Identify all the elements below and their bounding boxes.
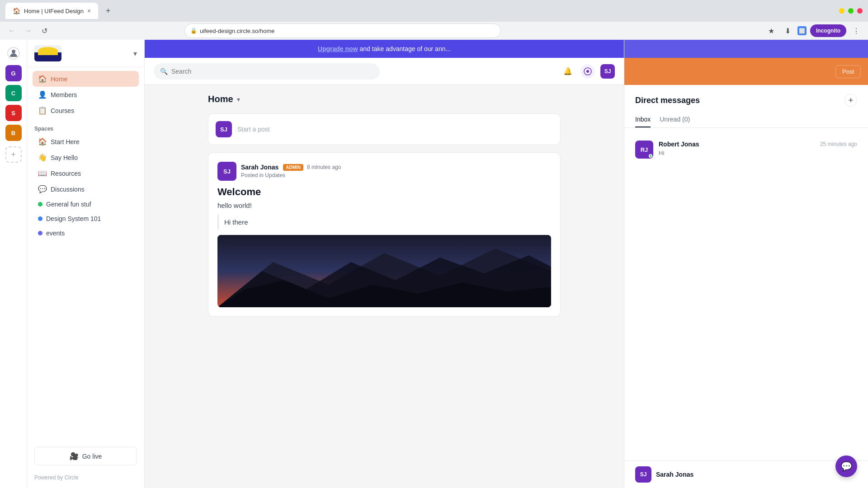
post-card: SJ Sarah Jonas ADMIN 8 minutes ago Poste… bbox=[208, 152, 561, 317]
profile-button[interactable]: SJ bbox=[600, 64, 615, 79]
lock-icon: 🔒 bbox=[190, 28, 197, 34]
bookmark-icon[interactable]: ★ bbox=[765, 24, 778, 37]
post-body: hello world! bbox=[217, 202, 551, 209]
nav-home-label: Home bbox=[51, 75, 67, 83]
sidebar-item-c[interactable]: C bbox=[5, 85, 22, 101]
community-sidebar: G C S B + bbox=[0, 40, 27, 488]
chat-fab-icon: 💬 bbox=[841, 461, 852, 472]
dm-panel-post-button[interactable]: Post bbox=[835, 65, 861, 78]
general-dot bbox=[38, 202, 42, 206]
new-tab-button[interactable]: + bbox=[102, 5, 114, 17]
space-item-say-hello[interactable]: 👋 Say Hello bbox=[33, 150, 139, 165]
post-composer[interactable]: SJ Start a post bbox=[208, 113, 561, 145]
admin-badge: ADMIN bbox=[283, 164, 303, 171]
dm-avatar: RJ bbox=[635, 141, 653, 159]
home-icon: 🏠 bbox=[38, 75, 47, 83]
extensions-icon[interactable]: ⬜ bbox=[797, 26, 807, 35]
tab-title: Home | UIFeed Design bbox=[24, 8, 84, 14]
nav-courses-label: Courses bbox=[51, 107, 74, 114]
upgrade-banner-text: and take advantage of our ann... bbox=[360, 45, 451, 52]
search-input[interactable] bbox=[171, 68, 373, 75]
say-hello-icon: 👋 bbox=[38, 153, 47, 162]
nav-members-label: Members bbox=[51, 91, 77, 99]
space-item-design-system[interactable]: Design System 101 bbox=[33, 211, 139, 226]
space-item-discussions[interactable]: 💬 Discussions bbox=[33, 181, 139, 197]
post-author-name: Sarah Jonas bbox=[241, 164, 278, 171]
dm-message-preview: Hi bbox=[659, 150, 664, 156]
dm-message-item[interactable]: RJ Robert Jonas 25 minutes ago Hi bbox=[635, 135, 857, 164]
maximize-button[interactable] bbox=[848, 8, 854, 14]
home-dropdown-icon[interactable]: ▾ bbox=[237, 96, 240, 103]
space-say-hello-label: Say Hello bbox=[51, 154, 78, 161]
dm-bottom-user: SJ Sarah Jonas bbox=[624, 460, 868, 488]
dm-add-button[interactable]: + bbox=[844, 94, 857, 107]
events-dot bbox=[38, 231, 42, 235]
dm-messages-list: RJ Robert Jonas 25 minutes ago Hi bbox=[624, 128, 868, 171]
space-events-label: events bbox=[46, 230, 65, 237]
dm-sender-name: Robert Jonas bbox=[659, 141, 699, 148]
go-live-button[interactable]: 🎥 Go live bbox=[34, 447, 137, 465]
online-indicator bbox=[649, 154, 652, 158]
sidebar-item-s[interactable]: S bbox=[5, 105, 22, 121]
sidebar-item-b[interactable]: B bbox=[5, 125, 22, 141]
space-discussions-label: Discussions bbox=[51, 186, 85, 193]
space-item-events[interactable]: events bbox=[33, 226, 139, 240]
dm-message-time: 25 minutes ago bbox=[820, 141, 857, 147]
start-here-icon: 🏠 bbox=[38, 137, 47, 146]
community-name[interactable] bbox=[34, 45, 61, 61]
post-location: Posted in Updates bbox=[241, 172, 285, 178]
tab-favicon: 🏠 bbox=[13, 7, 20, 14]
members-icon: 👤 bbox=[38, 90, 47, 99]
composer-placeholder[interactable]: Start a post bbox=[237, 126, 270, 133]
browser-menu-icon[interactable]: ⋮ bbox=[850, 24, 863, 37]
spaces-header: Spaces bbox=[27, 122, 144, 134]
composer-avatar: SJ bbox=[216, 121, 232, 137]
chat-fab[interactable]: 💬 bbox=[835, 455, 857, 477]
space-item-start-here[interactable]: 🏠 Start Here bbox=[33, 134, 139, 150]
minimize-button[interactable] bbox=[839, 8, 844, 14]
back-button[interactable]: ← bbox=[5, 24, 18, 37]
dm-tab-inbox[interactable]: Inbox bbox=[635, 112, 651, 127]
space-general-label: General fun stuf bbox=[46, 201, 91, 208]
page-title: Home bbox=[208, 94, 233, 104]
svg-point-3 bbox=[586, 70, 589, 73]
post-time: 8 minutes ago bbox=[307, 164, 341, 170]
space-item-resources[interactable]: 📖 Resources bbox=[33, 165, 139, 181]
refresh-button[interactable]: ↺ bbox=[38, 24, 51, 37]
space-design-label: Design System 101 bbox=[46, 215, 101, 222]
space-item-general[interactable]: General fun stuf bbox=[33, 197, 139, 211]
space-resources-label: Resources bbox=[51, 170, 81, 177]
upgrade-link[interactable]: Upgrade now bbox=[318, 45, 358, 52]
space-start-here-label: Start Here bbox=[51, 138, 80, 145]
dm-tabs: Inbox Unread (0) bbox=[624, 107, 868, 128]
close-window-button[interactable] bbox=[857, 8, 863, 14]
powered-by: Powered by Circle bbox=[27, 471, 144, 488]
forward-button[interactable]: → bbox=[22, 24, 34, 37]
left-nav: ▾ 🏠 Home 👤 Members 📋 Courses Spaces bbox=[27, 40, 145, 488]
sidebar-item-g[interactable]: G bbox=[5, 65, 22, 81]
dm-bottom-avatar: SJ bbox=[635, 466, 651, 483]
address-bar[interactable]: 🔒 uifeed-design.circle.so/home bbox=[184, 23, 501, 38]
quote-text: Hi there bbox=[224, 218, 546, 226]
community-dropdown-icon[interactable]: ▾ bbox=[133, 49, 137, 58]
nav-item-courses[interactable]: 📋 Courses bbox=[33, 103, 139, 118]
browser-tab[interactable]: 🏠 Home | UIFeed Design × bbox=[5, 3, 98, 19]
discussions-icon: 💬 bbox=[38, 185, 47, 193]
add-community-button[interactable]: + bbox=[5, 146, 22, 163]
tab-close-icon[interactable]: × bbox=[87, 7, 91, 14]
nav-item-members[interactable]: 👤 Members bbox=[33, 87, 139, 103]
notification-button[interactable]: 🔔 bbox=[561, 64, 575, 79]
dm-bottom-name: Sarah Jonas bbox=[656, 471, 693, 478]
download-icon[interactable]: ⬇ bbox=[781, 24, 794, 37]
messages-button[interactable] bbox=[580, 64, 595, 79]
dm-tab-unread[interactable]: Unread (0) bbox=[660, 112, 690, 127]
nav-item-home[interactable]: 🏠 Home bbox=[33, 71, 139, 87]
post-title: Welcome bbox=[217, 186, 551, 198]
courses-icon: 📋 bbox=[38, 106, 47, 115]
app-logo[interactable] bbox=[5, 45, 22, 61]
upgrade-banner: Upgrade now and take advantage of our an… bbox=[145, 40, 624, 58]
quote-block: Hi there bbox=[217, 215, 551, 230]
design-system-dot bbox=[38, 216, 42, 221]
search-bar[interactable]: 🔍 bbox=[154, 63, 380, 80]
browser-profile-button[interactable]: Incognito bbox=[810, 24, 846, 37]
